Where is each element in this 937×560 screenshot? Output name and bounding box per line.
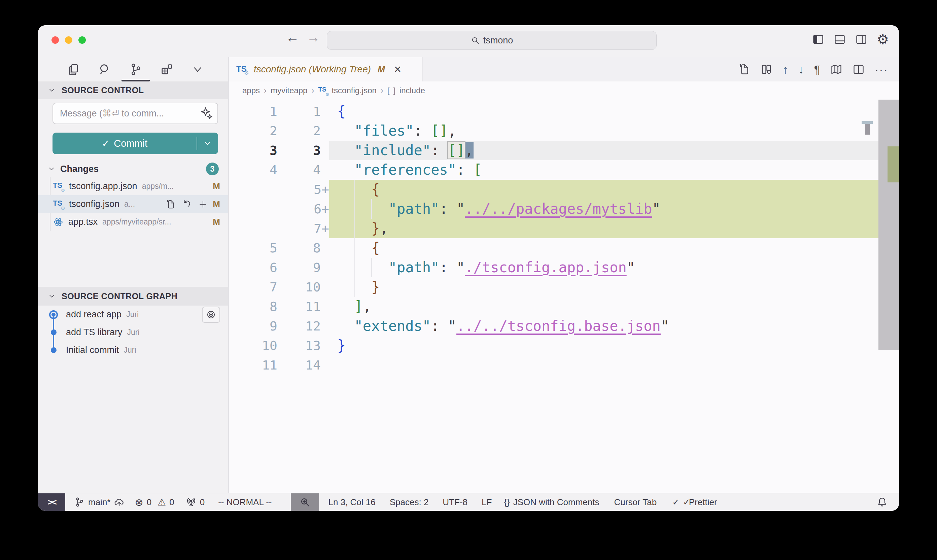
notifications-bell[interactable] [877, 497, 888, 508]
formatter-item[interactable]: ✓✓ Prettier [672, 497, 717, 508]
checkout-target-button[interactable] [202, 306, 220, 323]
code-line[interactable]: 6+ "path": "../../packages/mytslib" [229, 199, 879, 219]
changes-section-header[interactable]: Changes 3 [38, 161, 228, 177]
code-editor[interactable]: 11{22 "files": [],33 "include": [],44 "r… [229, 100, 899, 493]
commit-message-input[interactable] [52, 103, 218, 124]
code-line[interactable]: 44 "references": [ [229, 160, 879, 180]
line-number-original: 7 [229, 277, 277, 297]
broadcast-tower-icon [186, 497, 197, 508]
toggle-primary-sidebar-icon[interactable] [812, 33, 824, 45]
commit-button[interactable]: ✓ Commit [52, 132, 218, 154]
code-line[interactable]: 710 } [229, 277, 879, 297]
code-text: } [329, 336, 879, 355]
open-file-icon[interactable] [738, 63, 750, 75]
line-number-original [229, 219, 277, 238]
commit-dropdown-chevron-icon[interactable] [197, 139, 218, 148]
cursor-tab-item[interactable]: Cursor Tab [614, 497, 657, 508]
indentation-item[interactable]: Spaces: 2 [390, 497, 429, 508]
code-text: }, [329, 219, 879, 238]
navigate-back-icon[interactable]: ← [286, 30, 299, 45]
code-line[interactable]: 11{ [229, 102, 879, 121]
command-center-search[interactable]: tsmono [327, 31, 657, 50]
toggle-secondary-sidebar-icon[interactable] [855, 33, 867, 45]
code-line[interactable]: 912 "extends": "../../tsconfig.base.json… [229, 316, 879, 336]
breadcrumb-item[interactable]: apps [242, 86, 260, 95]
next-change-icon[interactable]: ↓ [799, 64, 804, 75]
breadcrumb-item[interactable]: [ ]include [388, 86, 425, 95]
close-window-button[interactable] [51, 36, 59, 44]
tab-tsconfig-working-tree[interactable]: TS ⚙ tsconfig.json (Working Tree) M ✕ [229, 57, 423, 82]
stage-changes-icon[interactable] [198, 199, 208, 209]
ts-file-icon: TS⚙ [53, 199, 64, 210]
branch-status-item[interactable]: main* [74, 497, 125, 508]
inline-view-icon[interactable] [760, 63, 772, 75]
commit-author: Juri [127, 328, 140, 337]
ports-count: 0 [200, 497, 205, 508]
settings-gear-icon[interactable]: ⚙ [877, 33, 889, 46]
line-number-modified: 1 [277, 102, 329, 121]
code-line[interactable]: 22 "files": [], [229, 121, 879, 141]
explorer-icon[interactable] [66, 59, 81, 79]
commit-row[interactable]: add react appJuri [38, 306, 228, 323]
line-number-modified: 6+ [277, 199, 329, 219]
code-line[interactable]: 58 { [229, 238, 879, 258]
change-file-row[interactable]: TS⚙tsconfig.jsona...M [38, 195, 228, 213]
scrollbar-thumb[interactable] [879, 100, 899, 350]
source-control-view-icon[interactable] [128, 59, 143, 79]
code-line[interactable]: 7+ }, [229, 219, 879, 238]
ports-status-item[interactable]: 0 [186, 497, 205, 508]
whitespace-toggle-icon[interactable]: ¶ [814, 64, 820, 75]
line-number-original: 11 [229, 355, 277, 375]
code-line[interactable]: 1013} [229, 336, 879, 355]
problems-status-item[interactable]: ⊗ 0 ⚠ 0 [135, 496, 174, 508]
open-file-icon[interactable] [166, 199, 176, 209]
source-control-header[interactable]: SOURCE CONTROL [38, 82, 228, 99]
editor-scrollbar[interactable] [879, 100, 899, 493]
title-bar: ← → tsmono ⚙ [38, 25, 899, 57]
line-number-modified: 4 [277, 160, 329, 180]
split-editor-icon[interactable] [852, 63, 865, 75]
previous-change-icon[interactable]: ↑ [783, 64, 788, 75]
code-line[interactable]: 811 ], [229, 297, 879, 316]
change-file-row[interactable]: app.tsxapps/myviteapp/sr...M [38, 213, 228, 231]
source-control-graph-header[interactable]: SOURCE CONTROL GRAPH [38, 287, 228, 306]
code-line[interactable]: 69 "path": "./tsconfig.app.json" [229, 258, 879, 277]
remote-indicator[interactable]: >< [38, 493, 65, 511]
bell-icon [877, 497, 888, 508]
tab-close-icon[interactable]: ✕ [394, 64, 402, 75]
eol-item[interactable]: LF [482, 497, 492, 508]
commit-row[interactable]: Initial commitJuri [38, 341, 228, 359]
maximize-window-button[interactable] [78, 36, 86, 44]
more-views-chevron-icon[interactable] [190, 59, 205, 79]
graph-title: SOURCE CONTROL GRAPH [62, 291, 177, 301]
discard-changes-icon[interactable] [182, 199, 192, 209]
code-text: { [329, 180, 879, 199]
commit-marker [51, 329, 57, 335]
zoom-status-button[interactable] [291, 493, 319, 511]
toggle-panel-icon[interactable] [834, 33, 846, 45]
cursor-position-item[interactable]: Ln 3, Col 16 [328, 497, 375, 508]
code-line[interactable]: 5+ { [229, 180, 879, 199]
more-actions-icon[interactable]: ··· [875, 64, 888, 75]
minimap[interactable] [862, 121, 873, 124]
change-file-row[interactable]: TS⚙tsconfig.app.jsonapps/m...M [38, 177, 228, 195]
search-view-icon[interactable] [97, 59, 112, 79]
commit-row[interactable]: add TS libraryJuri [38, 323, 228, 341]
line-number-original [229, 180, 277, 199]
code-line[interactable]: 1114 [229, 355, 879, 375]
language-mode-item[interactable]: {} JSON with Comments [504, 497, 599, 508]
file-name: tsconfig.app.json [69, 181, 137, 191]
generate-commit-message-sparkle-icon[interactable] [200, 107, 213, 120]
breadcrumb-item[interactable]: TS⚙tsconfig.json [318, 86, 376, 95]
navigate-forward-icon[interactable]: → [307, 30, 320, 45]
commit-button-label: Commit [114, 138, 148, 149]
file-name: app.tsx [68, 217, 98, 227]
minimize-window-button[interactable] [65, 36, 72, 44]
encoding-item[interactable]: UTF-8 [443, 497, 468, 508]
vscode-window: ← → tsmono ⚙ [38, 25, 899, 511]
extensions-view-icon[interactable] [159, 59, 174, 79]
file-path: apps/m... [142, 182, 174, 191]
code-line[interactable]: 33 "include": [], [229, 141, 879, 160]
map-icon[interactable] [830, 63, 842, 75]
breadcrumb-item[interactable]: myviteapp [271, 86, 307, 95]
